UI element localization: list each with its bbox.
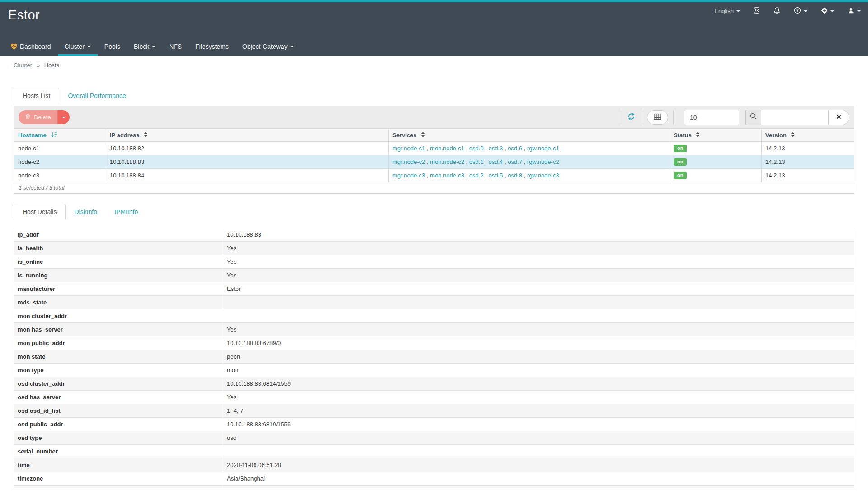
services-cell: mgr.node-c2 , mon.node-c2 , osd.1 , osd.… (389, 155, 670, 169)
nav-item-nfs[interactable]: NFS (162, 39, 189, 56)
delete-button[interactable]: Delete (19, 110, 57, 124)
nav-item-cluster[interactable]: Cluster (58, 39, 98, 56)
clear-search-button[interactable] (829, 110, 849, 125)
service-link[interactable]: mon.node-c1 (430, 145, 464, 152)
service-link[interactable]: osd.5 (489, 172, 503, 179)
detail-row: mon has_server Yes (14, 323, 854, 336)
tab-host-details[interactable]: Host Details (14, 204, 66, 219)
services-separator: , (484, 145, 489, 152)
services-separator: , (522, 145, 527, 152)
top-controls: English ? (701, 7, 861, 15)
service-link[interactable]: rgw.node-c1 (527, 145, 559, 152)
trash-icon (25, 113, 31, 121)
host-details-table: ip_addr 10.10.188.83 is_health Yes is_on… (14, 228, 854, 488)
detail-key: mon cluster_addr (14, 309, 223, 323)
service-link[interactable]: osd.1 (469, 159, 484, 165)
nav-item-pools[interactable]: Pools (98, 39, 127, 56)
detail-key: mon type (14, 364, 223, 377)
column-header-hostname[interactable]: Hostname (14, 129, 106, 142)
detail-value (223, 296, 854, 309)
detail-value (223, 445, 854, 458)
nav-item-label: Object Gateway (242, 43, 288, 50)
service-link[interactable]: osd.0 (469, 145, 484, 152)
user-dropdown[interactable] (848, 7, 861, 15)
settings-dropdown[interactable] (821, 7, 834, 15)
service-link[interactable]: rgw.node-c3 (527, 172, 559, 179)
detail-value: 10.10.188.83:6810/1556 (223, 418, 854, 431)
service-link[interactable]: osd.3 (489, 145, 503, 152)
status-badge: on (674, 145, 687, 152)
refresh-button[interactable] (626, 112, 637, 123)
services-cell: mgr.node-c1 , mon.node-c1 , osd.0 , osd.… (389, 142, 670, 155)
delete-dropdown-toggle[interactable] (57, 110, 70, 124)
detail-key: is_health (14, 242, 223, 255)
detail-row: ip_addr 10.10.188.83 (14, 228, 854, 242)
chevron-down-icon (87, 46, 91, 47)
nav-item-label: Filesystems (195, 43, 229, 50)
nav-item-dashboard[interactable]: Dashboard (4, 39, 58, 56)
chevron-down-icon (290, 46, 294, 47)
table-row[interactable]: node-c1 10.10.188.82 mgr.node-c1 , mon.n… (14, 142, 854, 155)
tab-overall-performance[interactable]: Overall Performance (59, 88, 134, 103)
services-separator: , (503, 145, 508, 152)
services-separator: , (484, 159, 489, 165)
service-link[interactable]: osd.6 (508, 145, 522, 152)
service-link[interactable]: osd.4 (489, 159, 503, 165)
toggle-columns-button[interactable] (647, 110, 668, 125)
help-dropdown[interactable]: ? (794, 7, 807, 15)
tab-diskinfo[interactable]: DiskInfo (66, 204, 106, 219)
column-header-services[interactable]: Services (389, 129, 670, 142)
service-link[interactable]: mgr.node-c3 (392, 172, 425, 179)
tab-hosts-list[interactable]: Hosts List (14, 88, 59, 103)
column-header-version[interactable]: Version (762, 129, 854, 142)
language-dropdown[interactable]: English (714, 8, 740, 14)
nav-item-filesystems[interactable]: Filesystems (189, 39, 236, 56)
service-link[interactable]: rgw.node-c2 (527, 159, 559, 165)
page-size-input[interactable] (684, 110, 739, 125)
selection-summary: 1 selected / 3 total (14, 182, 854, 193)
masthead: Estor English ? (0, 2, 868, 56)
detail-value: 10.10.188.83 (223, 228, 854, 242)
detail-value (223, 309, 854, 323)
ip-cell: 10.10.188.84 (106, 169, 389, 182)
search-group (745, 110, 849, 125)
status-badge: on (674, 172, 687, 179)
column-header-ip[interactable]: IP address (106, 129, 389, 142)
chevron-down-icon (830, 10, 834, 12)
nav-item-block[interactable]: Block (127, 39, 162, 56)
services-separator: , (522, 159, 527, 165)
detail-value: 10.10.188.83:6814/1556 (223, 377, 854, 391)
ip-cell: 10.10.188.82 (106, 142, 389, 155)
detail-row: time 2020-11-06 06:51:28 (14, 458, 854, 472)
delete-button-group: Delete (19, 110, 70, 124)
nav-item-object-gateway[interactable]: Object Gateway (236, 39, 301, 56)
version-cell: 14.2.13 (762, 155, 854, 169)
service-link[interactable]: mgr.node-c2 (392, 159, 425, 165)
column-header-status[interactable]: Status (670, 129, 762, 142)
notifications-button[interactable] (774, 7, 780, 15)
toolbar-divider (642, 111, 642, 124)
tab-ipmiinfo[interactable]: IPMIInfo (106, 204, 146, 219)
detail-key: manufacturer (14, 282, 223, 296)
service-link[interactable]: mon.node-c2 (430, 159, 464, 165)
chevron-down-icon (804, 10, 807, 12)
service-link[interactable]: mgr.node-c1 (392, 145, 425, 152)
search-addon (745, 110, 761, 125)
service-link[interactable]: osd.8 (508, 172, 522, 179)
service-link[interactable]: osd.7 (508, 159, 522, 165)
svg-text:?: ? (796, 8, 799, 13)
status-cell: on (670, 142, 762, 155)
chevron-down-icon (736, 10, 740, 12)
services-separator: , (464, 172, 469, 179)
table-row[interactable]: node-c2 10.10.188.83 mgr.node-c2 , mon.n… (14, 155, 854, 169)
service-link[interactable]: mon.node-c3 (430, 172, 464, 179)
service-link[interactable]: osd.2 (469, 172, 484, 179)
search-input[interactable] (761, 110, 829, 125)
breadcrumb-cluster[interactable]: Cluster (14, 62, 32, 69)
sort-both-icon (696, 132, 700, 139)
detail-key: osd osd_id_list (14, 404, 223, 418)
app-brand: Estor (8, 8, 40, 23)
detail-key: mon public_addr (14, 336, 223, 350)
task-hourglass-button[interactable] (754, 7, 760, 15)
table-row[interactable]: node-c3 10.10.188.84 mgr.node-c3 , mon.n… (14, 169, 854, 182)
